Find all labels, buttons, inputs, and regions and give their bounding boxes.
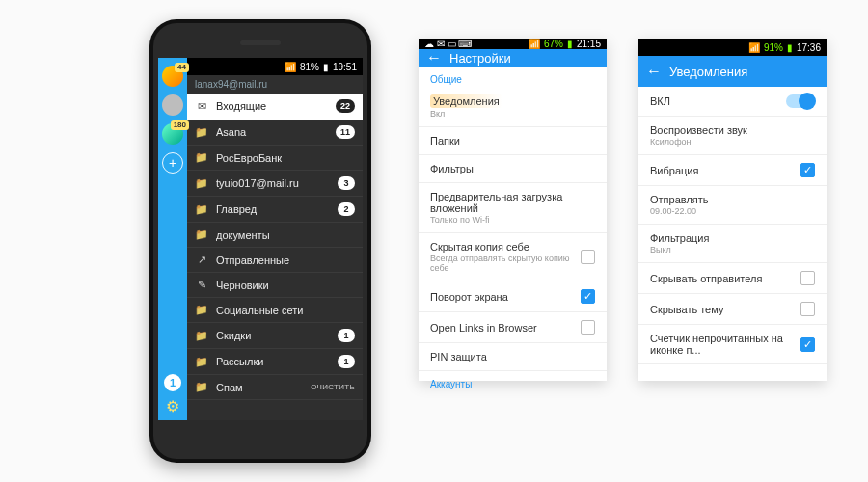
notifications-master-toggle-row[interactable]: ВКЛ <box>638 87 827 117</box>
folder-label: Отправленные <box>216 254 355 266</box>
phone2-screen: ☁ ✉ ▭ ⌨ 📶 67% ▮ 21:15 ← Настройки Общие … <box>419 39 607 381</box>
checkbox[interactable] <box>581 250 595 264</box>
account-email[interactable]: lanax94@mail.ru <box>187 75 363 94</box>
folder-icon: 📁 <box>195 177 208 190</box>
folder-badge: 22 <box>336 99 355 113</box>
appbar-title: Настройки <box>449 51 511 66</box>
settings-row-3[interactable]: Предварительная загрузка вложенийТолько … <box>419 183 607 233</box>
checkbox[interactable] <box>800 302 815 316</box>
section-general: Общие <box>419 67 607 87</box>
signal-icon: 📶 <box>748 42 760 53</box>
compose-button[interactable]: + <box>162 152 183 174</box>
row-title: Скрытая копия себе <box>430 241 581 253</box>
row-title: Воспроизвести звук <box>650 124 815 136</box>
row-title: Отправлять <box>650 194 815 205</box>
row-subtitle: 09.00-22.00 <box>650 206 815 216</box>
phone1-screen: 44 180 + 1 ⚙ <box>158 58 363 420</box>
toggle-switch[interactable] <box>786 94 815 108</box>
status-time: 19:51 <box>333 62 357 72</box>
folder-item-1[interactable]: 📁Asana11 <box>187 120 363 146</box>
checkbox[interactable] <box>800 271 815 285</box>
folder-label: Главред <box>216 203 330 215</box>
folder-item-9[interactable]: 📁Скидки1 <box>187 323 363 349</box>
rail-avatar-0[interactable]: 44 <box>162 66 183 87</box>
notif-row-3[interactable]: ФильтрацияВыкл <box>638 225 827 263</box>
back-icon[interactable]: ← <box>646 63 662 80</box>
row-title: Вибрация <box>650 165 800 176</box>
master-toggle-label: ВКЛ <box>650 95 786 107</box>
checkbox[interactable] <box>581 320 595 335</box>
checkbox[interactable]: ✓ <box>800 163 815 177</box>
row-subtitle: Вкл <box>430 109 595 119</box>
folder-item-8[interactable]: 📁Социальные сети <box>187 298 363 323</box>
row-subtitle: Ксилофон <box>650 137 815 147</box>
battery-pct: 67% <box>544 39 563 49</box>
folder-label: tyuio017@mail.ru <box>216 177 330 189</box>
settings-row-2[interactable]: Фильтры <box>419 155 607 183</box>
settings-row-4[interactable]: Скрытая копия себеВсегда отправлять скры… <box>419 233 607 281</box>
folder-item-0[interactable]: ✉Входящие22 <box>187 94 363 120</box>
rail-avatar-2[interactable]: 180 <box>162 123 183 145</box>
row-title: Скрывать отправителя <box>650 273 800 284</box>
rail-unread-badge[interactable]: 1 <box>164 374 181 391</box>
status-bar: ☁ ✉ ▭ ⌨ 📶 67% ▮ 21:15 <box>419 39 607 49</box>
status-time: 17:36 <box>797 42 821 53</box>
row-title: Скрывать тему <box>650 304 800 315</box>
notif-row-1[interactable]: Вибрация✓ <box>638 155 827 186</box>
battery-icon: ▮ <box>323 62 329 72</box>
row-title: Open Links in Browser <box>430 322 581 334</box>
folder-item-10[interactable]: 📁Рассылки1 <box>187 349 363 375</box>
folder-label: Черновики <box>216 280 355 291</box>
folder-icon: 📁 <box>195 203 208 216</box>
folder-icon: 📁 <box>195 151 208 164</box>
settings-row-5[interactable]: Поворот экрана✓ <box>419 281 607 312</box>
app-bar: ← Уведомления <box>638 56 827 87</box>
settings-row-7[interactable]: PIN защита <box>419 343 607 371</box>
folder-icon: 📁 <box>195 304 208 316</box>
row-title: Папки <box>430 135 595 147</box>
notif-row-5[interactable]: Скрывать тему <box>638 294 827 325</box>
notif-row-6[interactable]: Счетчик непрочитанных на иконке п...✓ <box>638 325 827 364</box>
notif-row-2[interactable]: Отправлять09.00-22.00 <box>638 186 827 225</box>
folder-icon: 📁 <box>195 330 208 342</box>
row-subtitle: Выкл <box>650 245 815 254</box>
folder-icon: 📁 <box>195 356 208 368</box>
folder-item-3[interactable]: 📁tyuio017@mail.ru3 <box>187 171 363 197</box>
rail-avatar-1[interactable] <box>162 94 183 116</box>
folder-label: Asana <box>216 126 328 138</box>
clear-link[interactable]: ОЧИСТИТЬ <box>311 383 355 391</box>
row-title: Предварительная загрузка вложений <box>430 191 595 214</box>
folder-item-11[interactable]: 📁СпамОЧИСТИТЬ <box>187 375 363 400</box>
folder-item-7[interactable]: ✎Черновики <box>187 273 363 298</box>
folder-label: Социальные сети <box>216 305 355 316</box>
settings-row-1[interactable]: Папки <box>419 127 607 155</box>
folder-item-5[interactable]: 📁документы <box>187 223 363 248</box>
notif-icons: ☁ ✉ ▭ ⌨ <box>424 39 472 49</box>
folder-badge: 11 <box>336 125 355 139</box>
settings-row-6[interactable]: Open Links in Browser <box>419 312 607 343</box>
row-title: Счетчик непрочитанных на иконке п... <box>650 333 800 356</box>
phone3-screen: 📶 91% ▮ 17:36 ← Уведомления ВКЛ Воспроиз… <box>638 39 827 381</box>
app-bar: ← Настройки <box>419 49 607 67</box>
row-subtitle: Только по Wi-fi <box>430 215 595 225</box>
folder-item-6[interactable]: ↗Отправленные <box>187 248 363 273</box>
rail-avatar-badge-0: 44 <box>175 63 189 72</box>
status-bar: 📶 81% ▮ 19:51 <box>187 58 363 75</box>
checkbox[interactable]: ✓ <box>581 289 595 304</box>
gear-icon[interactable]: ⚙ <box>166 397 179 415</box>
folder-badge: 2 <box>338 202 355 216</box>
folder-item-2[interactable]: 📁РосЕвроБанк <box>187 146 363 171</box>
folder-badge: 1 <box>338 355 355 368</box>
back-icon[interactable]: ← <box>426 49 442 67</box>
battery-pct: 91% <box>764 42 783 53</box>
folder-badge: 3 <box>338 176 355 190</box>
checkbox[interactable]: ✓ <box>800 337 815 352</box>
folder-item-4[interactable]: 📁Главред2 <box>187 197 363 223</box>
notif-row-0[interactable]: Воспроизвести звукКсилофон <box>638 117 827 155</box>
folder-label: документы <box>216 229 355 241</box>
rail-avatar-badge-2: 180 <box>171 120 189 130</box>
folder-icon: 📁 <box>195 381 208 393</box>
notif-row-4[interactable]: Скрывать отправителя <box>638 263 827 294</box>
settings-row-0[interactable]: УведомленияВкл <box>419 87 607 127</box>
phone-device-frame: 44 180 + 1 ⚙ <box>149 19 371 463</box>
